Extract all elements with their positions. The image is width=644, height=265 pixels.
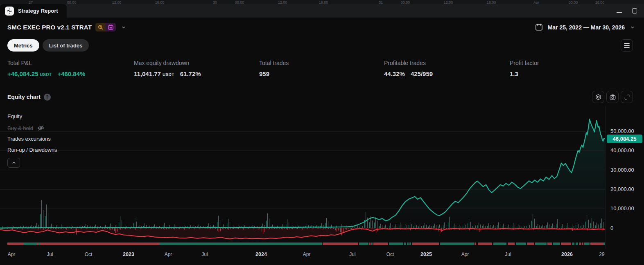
x-axis-tick: 2026: [561, 252, 573, 257]
chart-tools: [592, 91, 633, 103]
equity-chart-area: 50,000.0040,000.0030,000.0020,000.0010,0…: [0, 106, 644, 265]
date-range-text: Mar 25, 2022 — Mar 30, 2026: [548, 24, 625, 31]
fullscreen-button[interactable]: [621, 91, 633, 103]
metric-profit-factor: Profit factor 1.3: [510, 60, 644, 88]
metric-value: 44.32%: [384, 70, 405, 77]
x-axis-tick: 2024: [255, 252, 267, 257]
report-tabs: Metrics List of trades: [0, 37, 644, 54]
x-axis-tick: Apr: [165, 252, 172, 257]
metric-total-trades: Total trades 959: [259, 60, 384, 88]
background-time-label: 30: [213, 0, 217, 4]
metric-secondary: 61.72%: [180, 70, 201, 77]
deep-backtest-icon[interactable]: [95, 23, 106, 31]
background-time-label: 31: [379, 0, 383, 4]
strategy-dropdown-chevron[interactable]: [120, 24, 127, 31]
metric-label: Total P&L: [7, 60, 134, 66]
date-range-chevron: [629, 24, 636, 31]
strategy-report-window: 2700:0012:0018:003000:0012:0018:003100:0…: [0, 0, 644, 265]
metric-label: Max equity drawdown: [134, 60, 259, 66]
background-time-label: 00:00: [67, 0, 77, 4]
metric-label: Total trades: [259, 60, 384, 66]
metric-unit: USDT: [40, 72, 52, 77]
metric-unit: USDT: [163, 72, 174, 77]
legend-equity[interactable]: Equity: [7, 113, 22, 119]
calendar-icon: [535, 23, 543, 31]
date-badge-icon[interactable]: [106, 23, 116, 31]
rows-view-icon: [624, 43, 630, 44]
background-time-label: 12:00: [112, 0, 122, 4]
chevron-up-icon: [11, 160, 17, 166]
metric-total-pnl: Total P&L +46,084.25 USDT +460.84%: [7, 60, 134, 88]
minimize-button[interactable]: [615, 7, 623, 15]
x-axis-tick: Oct: [386, 252, 394, 257]
collapse-legend-button[interactable]: [7, 158, 20, 168]
x-axis-tick: Jul: [47, 252, 53, 257]
window-controls: [615, 4, 638, 18]
background-time-label: 18:00: [155, 0, 165, 4]
tab-strategy-report[interactable]: Strategy Report: [0, 4, 67, 18]
fullscreen-icon: [624, 94, 630, 101]
legend-runup-drawdowns[interactable]: Run-up / Drawdowns: [7, 147, 57, 153]
background-time-label: 00:00: [235, 0, 244, 4]
x-axis-tick: Oct: [85, 252, 93, 257]
background-time-label: Apr: [533, 0, 539, 4]
legend-trades-excursions[interactable]: Trades excursions: [7, 136, 51, 142]
background-time-label: 12:00: [444, 0, 453, 4]
camera-icon: [609, 94, 616, 101]
y-axis-tick: 40,000.00: [610, 147, 634, 153]
tab-metrics[interactable]: Metrics: [7, 39, 39, 52]
tab-bar: Strategy Report: [0, 4, 644, 18]
background-time-label: 18:00: [487, 0, 496, 4]
report-header: SMC EXEC PRO v2.1 STRAT: [0, 18, 644, 37]
y-axis-tick: 30,000.00: [610, 167, 634, 173]
x-axis-tick: Jul: [505, 252, 511, 257]
x-axis-tick: Apr: [8, 252, 16, 257]
metric-label: Profit factor: [510, 60, 644, 66]
maximize-icon: [632, 8, 637, 13]
x-axis-tick: 29: [599, 252, 604, 257]
equity-chart-header: Equity chart ?: [0, 88, 644, 106]
background-chart-strip: 2700:0012:0018:003000:0012:0018:003100:0…: [0, 0, 644, 4]
background-time-label: 00:00: [569, 0, 578, 4]
background-time-label: 18:00: [595, 0, 605, 4]
x-axis-tick: 2025: [420, 252, 432, 257]
metric-label: Profitable trades: [384, 60, 510, 66]
background-time-label: 12:00: [278, 0, 287, 4]
price-axis[interactable]: 50,000.0040,000.0030,000.0020,000.0010,0…: [605, 106, 644, 249]
metric-value: 11,041.77: [134, 70, 161, 77]
metric-value: 959: [259, 70, 269, 77]
metric-value: +46,084.25: [7, 70, 38, 77]
metric-secondary: +460.84%: [57, 70, 85, 77]
legend-buy-and-hold[interactable]: Buy & hold: [7, 125, 45, 131]
time-axis[interactable]: AprJulOct2023AprJul2024AprJulOct2025AprJ…: [0, 250, 605, 258]
x-axis-tick: Jul: [349, 252, 355, 257]
equity-chart-title: Equity chart: [7, 94, 41, 100]
background-time-label: 27: [29, 0, 33, 4]
gear-icon: [595, 94, 602, 101]
background-time-label: 00:00: [401, 0, 410, 4]
background-time-label: 18:00: [319, 0, 328, 4]
date-range-selector[interactable]: Mar 25, 2022 — Mar 30, 2026: [535, 23, 636, 31]
strategy-badges: [95, 23, 116, 31]
chart-settings-button[interactable]: [592, 91, 604, 103]
y-axis-tick: 50,000.00: [610, 128, 634, 134]
y-axis-tick: 0: [610, 225, 613, 231]
last-value-badge: 46,084.25: [607, 135, 642, 143]
metrics-summary: Total P&L +46,084.25 USDT +460.84% Max e…: [0, 54, 644, 88]
equity-chart-canvas[interactable]: [0, 106, 605, 249]
eye-off-icon[interactable]: [37, 125, 45, 131]
minimize-icon: [617, 12, 622, 13]
view-layout-button[interactable]: [621, 39, 633, 52]
y-axis-tick: 10,000.00: [610, 205, 634, 211]
help-icon[interactable]: ?: [44, 94, 51, 101]
snapshot-button[interactable]: [606, 91, 619, 103]
x-axis-tick: Apr: [303, 252, 311, 257]
metric-secondary: 425/959: [411, 70, 433, 77]
tab-list-of-trades[interactable]: List of trades: [43, 39, 89, 52]
maximize-button[interactable]: [631, 7, 638, 15]
strategy-tester-icon: [5, 7, 14, 16]
metric-max-drawdown: Max equity drawdown 11,041.77 USDT 61.72…: [134, 60, 259, 88]
metric-value: 1.3: [510, 70, 518, 77]
x-axis-tick: 2023: [123, 252, 134, 257]
tab-title: Strategy Report: [18, 8, 58, 14]
